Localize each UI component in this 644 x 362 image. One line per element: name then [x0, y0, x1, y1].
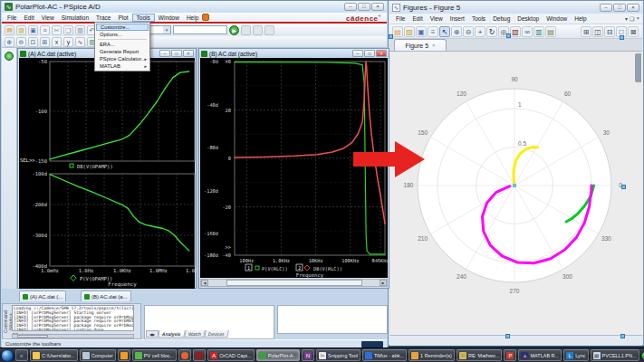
menu-file[interactable]: File	[392, 14, 409, 23]
command-scrollbar[interactable]	[12, 334, 134, 338]
taskbar-item-internet-explorer[interactable]: e	[15, 349, 28, 361]
tab-plot-b[interactable]: (B) AC.dat (a...	[81, 291, 131, 301]
menu-help[interactable]: Help	[571, 14, 590, 23]
selection-handle[interactable]	[389, 34, 393, 39]
menu-trace[interactable]: Trace	[92, 14, 114, 22]
taskbar-item-snipping-tool[interactable]: ✂Snipping Tool	[316, 349, 360, 361]
zoom-in-icon[interactable]: ⊕	[5, 37, 14, 47]
edit-plot-icon[interactable]: ↖	[439, 26, 450, 37]
taskbar-item-orcad-capture[interactable]: AOrCAD Capt...	[207, 349, 254, 361]
scroll-right-arrow[interactable]: ▶	[380, 280, 387, 286]
menu-item-generate-report[interactable]: Generate Report	[96, 48, 149, 55]
rotate-3d-icon[interactable]: ↻	[486, 26, 497, 37]
open-file-icon[interactable]: ▨	[16, 25, 26, 35]
minimize-button[interactable]: –	[352, 50, 363, 57]
plot-b-horizontal-scrollbar[interactable]: ◀ ▶	[200, 279, 388, 287]
taskbar-item-pv-cell[interactable]: PV cell bloc...	[132, 349, 177, 361]
undock-icon[interactable]: ⊠	[628, 26, 639, 37]
menu-simulation[interactable]: Simulation	[58, 14, 92, 22]
taskbar-item-reminders[interactable]: 1 Reminder(s)	[409, 349, 455, 361]
close-button[interactable]: ×	[183, 50, 194, 57]
insert-colorbar-icon[interactable]: ▥	[533, 26, 544, 37]
log-y-icon[interactable]: y	[63, 37, 73, 47]
menu-item-era---[interactable]: ERA...	[96, 41, 149, 48]
taskbar-item-image-pvcell1[interactable]: ▦PVCELL1.PN...	[591, 349, 639, 361]
cut-icon[interactable]: ✂	[52, 25, 62, 35]
new-figure-icon[interactable]: ▤	[392, 26, 403, 37]
menu-edit[interactable]: Edit	[409, 14, 426, 23]
zoom-out-icon[interactable]: ⊖	[463, 26, 474, 37]
menu-file[interactable]: File	[4, 14, 20, 22]
figure-canvas[interactable]: 03060901201501802102402703003300.51	[390, 52, 643, 335]
zoom-out-icon[interactable]: ⊖	[16, 37, 26, 47]
minimize-button[interactable]: –	[600, 4, 612, 12]
log-x-icon[interactable]: x	[52, 37, 62, 47]
menu-tools[interactable]: Tools	[132, 14, 155, 22]
selection-handle[interactable]	[505, 334, 510, 338]
print-icon[interactable]: ≡	[40, 25, 50, 35]
pspice-titlebar[interactable]: ∿ PolarPlot-AC - PSpice A/D – □ ×	[2, 1, 387, 13]
menu-window[interactable]: Window	[543, 14, 571, 23]
link-plot-icon[interactable]: ∞	[522, 26, 533, 37]
close-button[interactable]: ×	[376, 50, 387, 57]
taskbar-item-computer[interactable]: Computer	[80, 349, 116, 361]
tab-plot-a[interactable]: (A) AC.dat (...	[19, 291, 66, 301]
taskbar-item-pspice-polarplot[interactable]: PolarPlot-A...	[256, 349, 300, 361]
menu-plot[interactable]: Plot	[114, 14, 131, 22]
brush-data-icon[interactable]: ▧	[510, 26, 521, 37]
maximize-button[interactable]: □	[171, 50, 182, 57]
maximize-button[interactable]: □	[613, 4, 626, 12]
command-log[interactable]: Loading c:/Cadence/SPB_17.2/tools/pspice…	[12, 305, 134, 331]
menu-view[interactable]: View	[38, 14, 58, 22]
close-button[interactable]: ×	[371, 3, 384, 11]
tile-rows-icon[interactable]: ⊟	[604, 26, 615, 37]
pan-icon[interactable]: +	[475, 26, 485, 37]
panel-tab-watch[interactable]: Watch	[184, 330, 206, 338]
maximize-button[interactable]: □	[364, 50, 375, 57]
taskbar-item-timux[interactable]: TiMux - abk...	[362, 349, 407, 361]
panel-tab-devices[interactable]: Devices	[204, 330, 228, 338]
menu-tools[interactable]: Tools	[468, 14, 489, 23]
tab-close-icon[interactable]: ×	[432, 43, 436, 48]
menu-item-options---[interactable]: Options...	[96, 31, 149, 38]
plot-b-titlebar[interactable]: (B) AC.dat (active) – □ ×	[199, 49, 389, 58]
simulation-status-icon[interactable]	[5, 52, 14, 61]
stop-simulation-button[interactable]	[253, 25, 263, 35]
tab-scroll-left[interactable]: ◀▶	[146, 330, 159, 338]
plot-a-canvas[interactable]: -50-100-150SEL>>-100d-200d-300d-400dDB(V…	[19, 58, 195, 289]
menu-debug[interactable]: Debug	[489, 14, 514, 23]
run-simulation-button[interactable]: ▶	[229, 25, 239, 35]
taskbar-item-app-red[interactable]	[193, 349, 206, 361]
pause-simulation-button[interactable]	[241, 25, 251, 35]
menu-item-customize---[interactable]: Customize...	[96, 24, 149, 31]
docked-panel-tab[interactable]	[635, 53, 641, 82]
menu-window[interactable]: Window	[155, 14, 183, 22]
menu-desktop[interactable]: Desktop	[514, 14, 543, 23]
dock-arrow-icon[interactable]: ▾	[625, 15, 628, 22]
zoom-fit-icon[interactable]: ⊞	[40, 37, 50, 47]
new-file-icon[interactable]: ▤	[5, 25, 14, 35]
step-simulation-button[interactable]	[264, 25, 274, 35]
cadence-help-icon[interactable]	[202, 14, 209, 21]
menu-item-pspice-calculator---[interactable]: PSpice Calculator...▸	[96, 55, 149, 62]
copy-icon[interactable]: ❑	[63, 25, 73, 35]
menu-insert[interactable]: Insert	[447, 14, 468, 23]
zoom-in-icon[interactable]: ⊕	[451, 26, 462, 37]
minimize-button[interactable]: –	[344, 3, 357, 11]
menu-item-matlab[interactable]: MATLAB▸	[96, 62, 149, 70]
taskbar-item-onenote[interactable]: N	[302, 349, 314, 361]
battery-gadget[interactable]: 8:55	[641, 351, 644, 360]
save-icon[interactable]: ▣	[28, 25, 38, 35]
menu-view[interactable]: View	[427, 14, 447, 23]
panel-tab-analysis[interactable]: Analysis	[158, 330, 185, 338]
selection-handle[interactable]	[620, 35, 624, 40]
zoom-area-icon[interactable]: ⊡	[28, 37, 38, 47]
save-figure-icon[interactable]: ▣	[416, 26, 427, 37]
open-file-icon[interactable]: ▨	[404, 26, 415, 37]
insert-legend-icon[interactable]: ▤	[545, 26, 556, 37]
run-to-time-field[interactable]	[173, 25, 227, 34]
scroll-left-arrow[interactable]: ◀	[201, 280, 208, 286]
taskbar-item-matlab[interactable]: ▲MATLAB R...	[518, 349, 562, 361]
panel-close-icon[interactable]: ×	[636, 15, 639, 22]
taskbar-item-explorer-users[interactable]: C:\Users\abo...	[30, 349, 78, 361]
